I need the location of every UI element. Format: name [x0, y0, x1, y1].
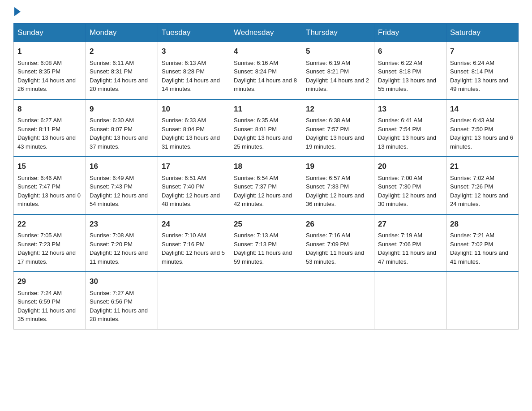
sunrise-text: Sunrise: 6:11 AM — [90, 60, 134, 66]
day-number: 27 — [378, 218, 442, 230]
calendar-cell: 19Sunrise: 6:57 AMSunset: 7:33 PMDayligh… — [302, 157, 374, 214]
sunrise-text: Sunrise: 6:54 AM — [234, 175, 278, 181]
sunrise-text: Sunrise: 6:27 AM — [17, 117, 62, 124]
calendar-cell: 4Sunrise: 6:16 AMSunset: 8:24 PMDaylight… — [230, 42, 302, 99]
sunrise-text: Sunrise: 7:13 AM — [234, 232, 278, 239]
daylight-text: Daylight: 12 hours and 36 minutes. — [306, 192, 364, 208]
calendar-week-row: 1Sunrise: 6:08 AMSunset: 8:35 PMDaylight… — [14, 42, 519, 99]
sunset-text: Sunset: 7:47 PM — [17, 183, 60, 190]
daylight-text: Daylight: 11 hours and 41 minutes. — [450, 249, 508, 265]
sunset-text: Sunset: 6:56 PM — [90, 298, 133, 305]
calendar-cell — [374, 272, 446, 329]
calendar-cell: 15Sunrise: 6:46 AMSunset: 7:47 PMDayligh… — [14, 157, 86, 214]
day-number: 12 — [306, 103, 370, 115]
daylight-text: Daylight: 11 hours and 47 minutes. — [378, 249, 436, 265]
daylight-text: Daylight: 13 hours and 0 minutes. — [17, 192, 81, 208]
sunrise-text: Sunrise: 6:16 AM — [234, 60, 278, 66]
calendar-header-wednesday: Wednesday — [230, 24, 302, 42]
calendar-cell: 11Sunrise: 6:35 AMSunset: 8:01 PMDayligh… — [230, 99, 302, 157]
sunrise-text: Sunrise: 7:21 AM — [450, 232, 494, 239]
daylight-text: Daylight: 11 hours and 28 minutes. — [90, 307, 148, 323]
sunset-text: Sunset: 8:11 PM — [17, 126, 60, 133]
sunset-text: Sunset: 8:35 PM — [17, 68, 60, 75]
sunset-text: Sunset: 7:40 PM — [162, 183, 205, 190]
calendar-cell: 3Sunrise: 6:13 AMSunset: 8:28 PMDaylight… — [158, 42, 230, 99]
day-number: 5 — [306, 46, 370, 57]
calendar-cell — [302, 272, 374, 329]
day-number: 21 — [450, 161, 515, 172]
day-number: 23 — [90, 218, 154, 230]
sunrise-text: Sunrise: 6:08 AM — [17, 60, 62, 66]
calendar-header-friday: Friday — [374, 24, 446, 42]
sunrise-text: Sunrise: 7:00 AM — [378, 175, 422, 181]
day-number: 28 — [450, 218, 515, 230]
daylight-text: Daylight: 13 hours and 31 minutes. — [162, 134, 220, 150]
daylight-text: Daylight: 12 hours and 48 minutes. — [162, 192, 220, 208]
calendar-cell: 2Sunrise: 6:11 AMSunset: 8:31 PMDaylight… — [86, 42, 158, 99]
day-number: 11 — [234, 103, 298, 115]
day-number: 25 — [234, 218, 298, 230]
sunset-text: Sunset: 7:30 PM — [378, 183, 421, 190]
daylight-text: Daylight: 13 hours and 19 minutes. — [306, 134, 364, 150]
daylight-text: Daylight: 13 hours and 55 minutes. — [378, 77, 436, 93]
sunset-text: Sunset: 7:54 PM — [378, 126, 421, 133]
calendar-header-saturday: Saturday — [446, 24, 519, 42]
calendar-header-sunday: Sunday — [14, 24, 86, 42]
sunset-text: Sunset: 6:59 PM — [17, 298, 60, 305]
day-number: 15 — [17, 161, 82, 172]
daylight-text: Daylight: 14 hours and 2 minutes. — [306, 77, 369, 93]
daylight-text: Daylight: 12 hours and 17 minutes. — [17, 249, 76, 265]
daylight-text: Daylight: 14 hours and 8 minutes. — [234, 77, 297, 93]
calendar-cell: 30Sunrise: 7:27 AMSunset: 6:56 PMDayligh… — [86, 272, 158, 329]
calendar-cell: 27Sunrise: 7:19 AMSunset: 7:06 PMDayligh… — [374, 214, 446, 272]
sunset-text: Sunset: 7:09 PM — [306, 241, 349, 248]
sunset-text: Sunset: 7:23 PM — [17, 241, 60, 248]
sunset-text: Sunset: 7:02 PM — [450, 241, 493, 248]
sunrise-text: Sunrise: 6:38 AM — [306, 117, 350, 124]
calendar-cell: 26Sunrise: 7:16 AMSunset: 7:09 PMDayligh… — [302, 214, 374, 272]
sunrise-text: Sunrise: 7:16 AM — [306, 232, 350, 239]
sunset-text: Sunset: 8:28 PM — [162, 68, 205, 75]
daylight-text: Daylight: 13 hours and 6 minutes. — [450, 134, 513, 150]
sunset-text: Sunset: 7:57 PM — [306, 126, 349, 133]
sunrise-text: Sunrise: 6:57 AM — [306, 175, 350, 181]
sunrise-text: Sunrise: 6:30 AM — [90, 117, 134, 124]
sunrise-text: Sunrise: 7:19 AM — [378, 232, 422, 239]
calendar-cell: 9Sunrise: 6:30 AMSunset: 8:07 PMDaylight… — [86, 99, 158, 157]
daylight-text: Daylight: 11 hours and 53 minutes. — [306, 249, 364, 265]
daylight-text: Daylight: 14 hours and 26 minutes. — [17, 77, 76, 93]
day-number: 9 — [90, 103, 154, 115]
sunrise-text: Sunrise: 6:22 AM — [378, 60, 422, 66]
calendar-week-row: 29Sunrise: 7:24 AMSunset: 6:59 PMDayligh… — [14, 272, 519, 329]
day-number: 1 — [17, 46, 82, 57]
day-number: 6 — [378, 46, 442, 57]
daylight-text: Daylight: 13 hours and 25 minutes. — [234, 134, 292, 150]
calendar-cell: 20Sunrise: 7:00 AMSunset: 7:30 PMDayligh… — [374, 157, 446, 214]
calendar-header-tuesday: Tuesday — [158, 24, 230, 42]
sunset-text: Sunset: 8:01 PM — [234, 126, 277, 133]
sunset-text: Sunset: 7:26 PM — [450, 183, 493, 190]
calendar-cell: 18Sunrise: 6:54 AMSunset: 7:37 PMDayligh… — [230, 157, 302, 214]
daylight-text: Daylight: 12 hours and 30 minutes. — [378, 192, 436, 208]
calendar-cell: 6Sunrise: 6:22 AMSunset: 8:18 PMDaylight… — [374, 42, 446, 99]
sunrise-text: Sunrise: 6:41 AM — [378, 117, 422, 124]
calendar-cell: 10Sunrise: 6:33 AMSunset: 8:04 PMDayligh… — [158, 99, 230, 157]
calendar-cell: 5Sunrise: 6:19 AMSunset: 8:21 PMDaylight… — [302, 42, 374, 99]
calendar-cell: 1Sunrise: 6:08 AMSunset: 8:35 PMDaylight… — [14, 42, 86, 99]
sunset-text: Sunset: 7:37 PM — [234, 183, 277, 190]
day-number: 4 — [234, 46, 298, 57]
day-number: 26 — [306, 218, 370, 230]
daylight-text: Daylight: 11 hours and 59 minutes. — [234, 249, 292, 265]
page-header — [13, 9, 519, 16]
sunset-text: Sunset: 7:50 PM — [450, 126, 493, 133]
day-number: 7 — [450, 46, 515, 57]
daylight-text: Daylight: 12 hours and 5 minutes. — [162, 249, 225, 265]
sunrise-text: Sunrise: 6:49 AM — [90, 175, 134, 181]
daylight-text: Daylight: 14 hours and 20 minutes. — [90, 77, 148, 93]
calendar-header-thursday: Thursday — [302, 24, 374, 42]
sunset-text: Sunset: 7:20 PM — [90, 241, 133, 248]
sunset-text: Sunset: 8:24 PM — [234, 68, 277, 75]
calendar-cell — [230, 272, 302, 329]
sunrise-text: Sunrise: 6:35 AM — [234, 117, 278, 124]
sunrise-text: Sunrise: 7:05 AM — [17, 232, 62, 239]
